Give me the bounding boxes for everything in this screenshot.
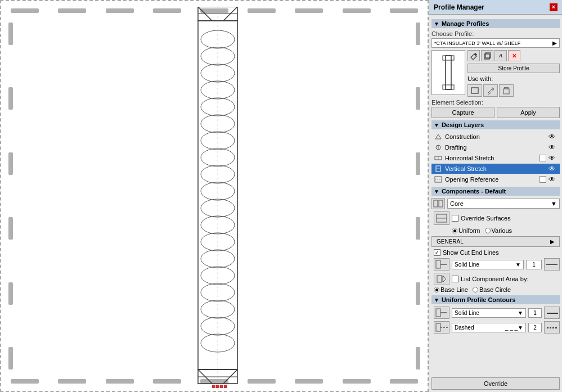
section-components-default[interactable]: ▼ Components - Default [431,187,560,196]
profile-action-buttons: A ✕ Store Profile Use with: [467,50,560,97]
override-surfaces-row: Override Surfaces [431,211,560,225]
list-component-area-checkbox[interactable] [452,276,458,282]
svg-rect-34 [471,88,478,93]
solid-line-icon [434,258,449,271]
solid-line-number[interactable]: 1 [526,260,542,269]
panel-header: Profile Manager × [429,0,562,15]
panel-body: ▼ Manage Profiles Choose Profile: *CTA I… [429,15,562,375]
canvas-left-dashes [6,1,16,391]
uniform-radio-dot [452,228,457,233]
opening-reference-visibility-icon[interactable]: 👁 [548,175,557,183]
override-button[interactable]: Override [431,377,560,390]
show-cut-end-lines-row: Show Cut End Lines [431,249,560,256]
layer-drafting[interactable]: Drafting 👁 [431,142,560,152]
choose-profile-label: Choose Profile: [431,30,560,37]
override-surfaces-checkbox[interactable] [452,215,458,222]
close-button[interactable]: × [550,3,557,11]
construction-visibility-icon[interactable]: 👁 [548,133,557,141]
opening-reference-icon [434,175,443,183]
horizontal-stretch-visibility-icon[interactable]: 👁 [548,154,557,162]
list-component-area-icon [434,273,449,285]
drafting-visibility-icon[interactable]: 👁 [548,143,557,151]
use-with-icons [467,84,560,97]
uniform-profile-arrow-icon: ▼ [434,297,439,303]
section-manage-profiles[interactable]: ▼ Manage Profiles [431,19,560,28]
profile-icons-row: A ✕ [467,50,560,61]
contour-solid-preview [544,307,560,319]
components-arrow-icon: ▼ [434,188,439,195]
capture-apply-row: Capture Apply [431,107,560,118]
svg-rect-54 [436,309,440,317]
contour-solid-icon [434,307,449,319]
base-line-radio-dot [434,287,439,292]
canvas-right-dashes [413,1,423,391]
layer-vertical-stretch[interactable]: Vertical Stretch 👁 [431,164,560,174]
layer-construction[interactable]: Construction 👁 [431,132,560,142]
svg-rect-30 [443,56,454,60]
use-with-wall-icon[interactable] [467,84,482,97]
show-cut-end-lines-checkbox[interactable] [434,249,440,256]
general-button[interactable]: GENERAL ▶ [431,236,560,247]
solid-line-preview [544,258,560,271]
contour-dashed-preview [544,321,560,334]
contour-dashed-row: Dashed _ _ _▼ 2 [431,321,560,334]
apply-button[interactable]: Apply [497,107,560,118]
wall-drawing [195,7,240,389]
component-type-icon [431,198,445,209]
profile-icon-c[interactable] [467,50,480,61]
profile-preview-row: A ✕ Store Profile Use with: [431,50,560,97]
opening-reference-checkbox[interactable] [539,176,546,183]
various-radio[interactable]: Various [485,227,512,234]
profile-preview-image [431,50,465,95]
solid-line-row: Solid Line ▼ 1 [431,258,560,271]
svg-rect-32 [484,54,489,59]
svg-rect-57 [436,323,440,331]
profile-icon-rename[interactable]: A [494,50,507,61]
general-arrow-icon: ▶ [550,238,555,245]
element-selection-label: Element Selection: [431,99,560,106]
solid-line-arrow-icon: ▼ [515,262,521,268]
store-profile-button[interactable]: Store Profile [467,64,560,73]
construction-icon [434,133,443,141]
svg-rect-35 [503,89,509,94]
layer-horizontal-stretch[interactable]: Horizontal Stretch 👁 [431,153,560,163]
horizontal-stretch-checkbox[interactable] [539,155,546,161]
svg-rect-51 [436,260,440,268]
core-dropdown[interactable]: Core ▼ [447,199,560,209]
vertical-stretch-visibility-icon[interactable]: 👁 [548,165,557,173]
section-uniform-profile-contours[interactable]: ▼ Uniform Profile Contours [431,295,560,304]
svg-rect-53 [437,276,442,282]
various-radio-dot [485,228,491,233]
canvas-area [0,0,429,392]
override-surfaces-icon [434,211,449,225]
svg-rect-47 [434,200,438,207]
use-with-delete-icon[interactable] [499,84,514,97]
use-with-pencil-icon[interactable] [483,84,498,97]
contour-solid-line-row: Solid Line ▼ 1 [431,307,560,319]
contour-solid-number[interactable]: 1 [528,308,542,318]
bottom-markers [212,385,227,388]
profile-icon-ca[interactable] [481,50,493,61]
base-circle-radio[interactable]: Base Circle [473,286,511,293]
section-design-layers[interactable]: ▼ Design Layers [431,120,560,129]
base-line-radio[interactable]: Base Line [434,286,468,293]
svg-rect-29 [446,56,451,89]
layer-opening-reference[interactable]: Opening Reference 👁 [431,174,560,184]
profile-delete-button[interactable]: ✕ [508,50,520,61]
vertical-stretch-icon [434,165,443,173]
panel-title: Profile Manager [434,3,484,11]
solid-line-dropdown[interactable]: Solid Line ▼ [452,260,524,269]
capture-button[interactable]: Capture [431,107,494,118]
base-radio-group: Base Line Base Circle [431,286,560,293]
contour-dashed-dropdown[interactable]: Dashed _ _ _▼ [452,323,526,332]
list-component-area-row: List Component Area by: [431,273,560,285]
contour-dashed-number[interactable]: 2 [528,323,542,332]
contour-solid-dropdown[interactable]: Solid Line ▼ [452,308,526,318]
horizontal-stretch-icon [434,154,443,162]
svg-rect-33 [485,53,491,58]
drafting-icon [434,143,443,151]
uniform-radio[interactable]: Uniform [452,227,480,234]
section-arrow-icon: ▼ [434,21,439,27]
profile-dropdown[interactable]: *CTA INSULATED 3' WALL W/ SHELF ▶ [431,38,560,48]
svg-rect-31 [443,85,454,89]
